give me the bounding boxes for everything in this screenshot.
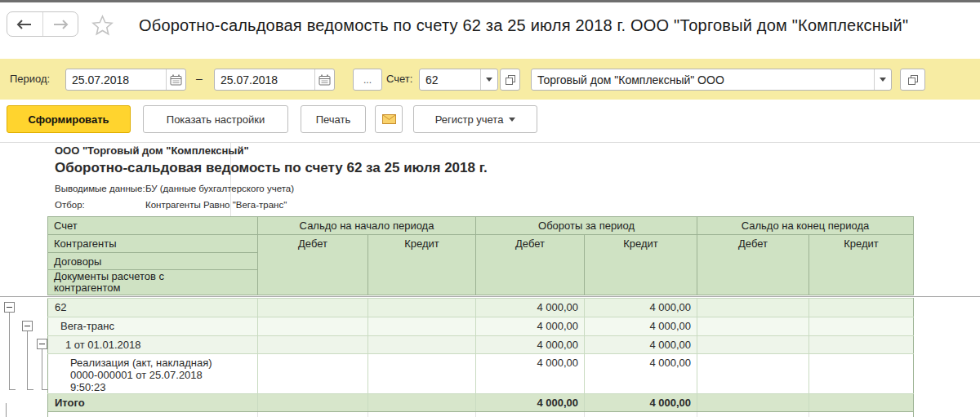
- accounting-register-button[interactable]: Регистр учета: [413, 105, 537, 133]
- account-open-button[interactable]: [500, 69, 520, 91]
- forward-arrow-icon: [52, 20, 69, 29]
- cell-turnover-credit[interactable]: 4 000,00: [585, 394, 697, 412]
- meta-label: Отбор:: [55, 200, 85, 210]
- table-row-empty: [48, 412, 914, 417]
- organization-field[interactable]: Торговый дом "Комплексный" ООО: [531, 69, 892, 91]
- tree-line: [42, 349, 42, 389]
- cell-opening-credit[interactable]: [368, 394, 476, 412]
- back-button[interactable]: [7, 12, 43, 36]
- cell-turnover-credit[interactable]: 4 000,00: [585, 336, 697, 354]
- cell-turnover-debit[interactable]: 4 000,00: [476, 354, 585, 394]
- cell-closing-debit[interactable]: [697, 299, 809, 317]
- forward-button[interactable]: [43, 12, 78, 36]
- header-closing-balance: Сальдо на конец периода: [697, 217, 914, 235]
- period-variant-button[interactable]: ...: [353, 69, 382, 91]
- cell-opening-credit[interactable]: [368, 299, 476, 317]
- row-label[interactable]: 1 от 01.01.2018: [48, 336, 258, 354]
- cell-closing-debit[interactable]: [697, 336, 809, 354]
- cell-closing-debit[interactable]: [697, 394, 809, 412]
- period-label: Период:: [10, 73, 50, 85]
- organization-open-button[interactable]: [900, 69, 925, 91]
- cell-opening-credit[interactable]: [368, 336, 476, 354]
- table-row-contract[interactable]: 1 от 01.01.2018 4 000,00 4 000,00: [48, 336, 914, 354]
- cell-closing-credit[interactable]: [809, 394, 914, 412]
- cell-turnover-debit[interactable]: 4 000,00: [476, 336, 585, 354]
- header-freeze-divider: [0, 296, 980, 297]
- collapse-group-account-icon[interactable]: [4, 302, 15, 313]
- period-dash: –: [196, 72, 203, 85]
- period-from-field[interactable]: 25.07.2018: [65, 69, 186, 91]
- print-button[interactable]: Печать: [301, 105, 366, 133]
- table-row-total[interactable]: Итого 4 000,00 4 000,00: [48, 394, 914, 412]
- cell-closing-credit[interactable]: [809, 317, 914, 336]
- table-row-account-62[interactable]: 62 4 000,00 4 000,00: [48, 299, 914, 317]
- back-arrow-icon: [16, 20, 33, 29]
- cell-opening-credit[interactable]: [368, 317, 476, 336]
- cell-turnover-debit[interactable]: 4 000,00: [476, 394, 585, 412]
- cell-closing-credit[interactable]: [809, 299, 914, 317]
- collapse-group-contract-icon[interactable]: [37, 339, 47, 349]
- cell-turnover-credit[interactable]: 4 000,00: [585, 317, 697, 336]
- cell-turnover-credit[interactable]: 4 000,00: [585, 354, 697, 394]
- period-from-value[interactable]: 25.07.2018: [66, 73, 166, 87]
- collapse-group-counterparty-icon[interactable]: [22, 321, 33, 331]
- generate-button[interactable]: Сформировать: [7, 105, 131, 133]
- period-from-calendar-button[interactable]: [166, 69, 185, 90]
- cell-opening-debit[interactable]: [258, 299, 368, 317]
- cell-closing-debit[interactable]: [697, 354, 809, 394]
- account-label: Счет:: [386, 73, 412, 85]
- header-debit: Дебет: [697, 235, 809, 295]
- cell-closing-credit[interactable]: [809, 336, 914, 354]
- cell-opening-debit[interactable]: [258, 336, 368, 354]
- show-settings-button[interactable]: Показать настройки: [143, 105, 288, 133]
- header-debit: Дебет: [258, 235, 368, 295]
- cell-turnover-debit[interactable]: 4 000,00: [476, 317, 585, 336]
- cell-opening-debit[interactable]: [258, 317, 368, 336]
- report-organization: ООО "Торговый дом "Комплексный": [55, 144, 249, 157]
- filter-panel: Период: 25.07.2018 – 25.07.2018: [0, 59, 980, 100]
- period-to-calendar-button[interactable]: [314, 69, 334, 90]
- row-label[interactable]: Реализация (акт, накладная) 0000-000001 …: [48, 354, 258, 394]
- table-row-document[interactable]: Реализация (акт, накладная) 0000-000001 …: [48, 354, 914, 394]
- cell-opening-credit[interactable]: [368, 354, 476, 394]
- cell-closing-credit[interactable]: [809, 354, 914, 394]
- organization-dropdown-button[interactable]: [874, 69, 891, 90]
- header-account: Счет: [48, 217, 258, 235]
- cell-turnover-credit[interactable]: 4 000,00: [585, 299, 697, 317]
- envelope-icon: [382, 114, 396, 124]
- cell-turnover-debit[interactable]: 4 000,00: [476, 299, 585, 317]
- header-credit: Кредит: [368, 235, 476, 295]
- cell-opening-debit[interactable]: [258, 354, 368, 394]
- tree-line: [27, 331, 28, 389]
- header-period-turnover: Обороты за период: [476, 217, 697, 235]
- account-value[interactable]: 62: [420, 73, 480, 87]
- period-to-field[interactable]: 25.07.2018: [214, 69, 335, 91]
- header-opening-balance: Сальдо на начало периода: [258, 217, 476, 235]
- chevron-down-icon: [486, 78, 492, 82]
- send-email-button[interactable]: [375, 105, 403, 133]
- report-table-header: Счет Сальдо на начало периода Обороты за…: [47, 216, 914, 295]
- period-to-value[interactable]: 25.07.2018: [215, 73, 314, 87]
- cell-opening-debit[interactable]: [258, 394, 368, 412]
- row-label[interactable]: Итого: [48, 394, 258, 412]
- tree-line: [9, 313, 10, 389]
- report-top-divider: [0, 142, 980, 143]
- table-row-counterparty[interactable]: Вега-транс 4 000,00 4 000,00: [48, 317, 914, 336]
- favorite-star-icon[interactable]: [91, 15, 114, 36]
- calendar-icon: [318, 74, 331, 86]
- tree-line: [42, 389, 48, 390]
- account-field[interactable]: 62: [419, 69, 498, 91]
- header-debit: Дебет: [476, 235, 585, 295]
- cell-closing-debit[interactable]: [697, 317, 809, 336]
- organization-value[interactable]: Торговый дом "Комплексный" ООО: [532, 73, 874, 87]
- header-settlement-documents: Документы расчетов с контрагентом: [48, 270, 258, 295]
- nav-history-group: [7, 11, 78, 37]
- tree-line: [27, 389, 33, 390]
- row-label[interactable]: 62: [48, 299, 258, 317]
- header-contracts: Договоры: [48, 253, 258, 270]
- row-label[interactable]: Вега-транс: [48, 317, 258, 336]
- report-window: Оборотно-сальдовая ведомость по счету 62…: [0, 0, 980, 417]
- account-dropdown-button[interactable]: [480, 69, 497, 90]
- meta-label: Выводимые данные:: [55, 184, 145, 193]
- tree-line: [6, 403, 7, 417]
